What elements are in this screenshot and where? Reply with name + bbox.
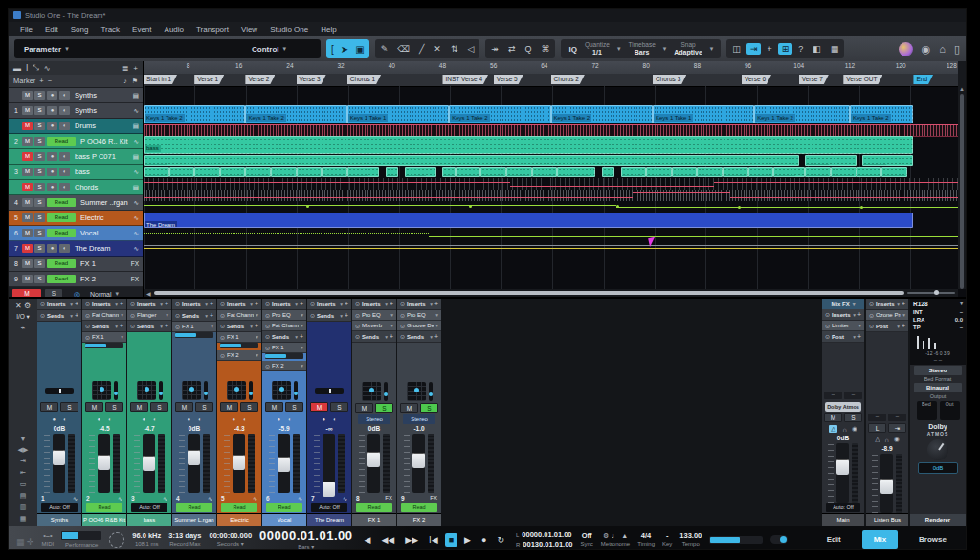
monitor-button[interactable]: ◐	[333, 416, 337, 422]
clip[interactable]: Chords	[144, 167, 169, 177]
bank-right-icon[interactable]: ⇥	[20, 458, 26, 465]
clip[interactable]: Chords	[506, 167, 532, 177]
power-icon[interactable]: ⊙	[175, 301, 180, 307]
record-arm-button[interactable]: ●	[277, 416, 280, 422]
add-icon[interactable]: +	[165, 323, 168, 329]
clip[interactable]: Chords	[857, 167, 882, 177]
clip[interactable]: Chords	[672, 167, 698, 177]
track-row-3[interactable]: 3MS●◐bass∿	[9, 165, 143, 180]
pencil-tool[interactable]: ✎	[377, 43, 392, 55]
speaker-icon[interactable]: △	[875, 436, 880, 443]
binaural-button[interactable]: Binaural	[914, 383, 962, 392]
inserts-header[interactable]: ⊙Inserts▾+	[127, 299, 171, 310]
track-row-2[interactable]: 2MSReadP OO46 R.. Kit∿	[9, 134, 143, 149]
cursor-column-icon[interactable]: Ⅰ	[26, 64, 28, 73]
power-icon[interactable]: ⊙	[400, 333, 405, 340]
record-arm-button[interactable]: ●	[142, 416, 145, 422]
solo-button[interactable]: S	[330, 402, 348, 412]
insert-slot[interactable]: ⊙Mixverb▾	[352, 321, 396, 331]
menu-edit[interactable]: Edit	[39, 24, 64, 34]
clip[interactable]: Chords	[194, 167, 220, 177]
quantize-select[interactable]: Quantize 1/1	[585, 42, 610, 56]
solo-button[interactable]: S	[34, 275, 45, 283]
bars-display[interactable]: 00000.01.01.00 Bars ▾	[259, 529, 352, 549]
timing-display[interactable]: 4/4 Timing	[637, 532, 655, 548]
clip[interactable]: Chords	[697, 167, 723, 177]
record-arm-button[interactable]: ●	[47, 106, 57, 115]
send-slot[interactable]: ⊙FX 1▾	[82, 332, 126, 343]
pan-pad[interactable]	[137, 381, 156, 400]
power-icon[interactable]: ⊙	[85, 301, 90, 307]
clip[interactable]: Chords	[831, 167, 857, 177]
monitor-button[interactable]: ◐	[59, 168, 70, 176]
solo-button[interactable]: S	[285, 402, 303, 412]
power-icon[interactable]: ⊙	[869, 301, 874, 307]
chevron-down-icon[interactable]: ▾	[65, 45, 69, 53]
record-arm-button[interactable]: ●	[47, 122, 57, 130]
add-icon[interactable]: +	[120, 301, 123, 307]
solo-button[interactable]: S	[60, 402, 78, 412]
inserts-header[interactable]: ⊙Inserts▾+	[352, 299, 396, 310]
automation-read-button[interactable]: Read	[47, 137, 76, 146]
insert-slot[interactable]: ⊙ Limiter ▾	[822, 321, 864, 331]
chevron-down-icon[interactable]: ▾	[166, 312, 168, 318]
inserts-header[interactable]: ⊙Inserts▾+	[397, 299, 441, 310]
record-arm-button[interactable]: ●	[47, 168, 57, 176]
clip[interactable]: Keys 1 Take 2	[754, 105, 850, 123]
power-icon[interactable]: ⊙	[220, 334, 225, 341]
power-icon[interactable]: ⊙	[355, 312, 360, 319]
track-row-6[interactable]: 6MSReadVocal∿	[9, 226, 143, 241]
insert-slot[interactable]: ⊙Fat Channel▾	[262, 321, 306, 331]
mute-button[interactable]: M	[22, 275, 33, 283]
clip[interactable]: Chords	[748, 167, 774, 177]
clip[interactable]: Keys 1 Take 1	[347, 105, 449, 123]
keyboard-icon[interactable]: ▤	[20, 492, 27, 500]
mute-button[interactable]: M	[130, 402, 148, 412]
chevron-down-icon[interactable]: ▾	[430, 302, 433, 307]
marker-chorus-1[interactable]: Chorus 1	[347, 75, 381, 84]
chevron-down-icon[interactable]: ▾	[435, 312, 438, 318]
clip[interactable]: Chords	[297, 167, 323, 177]
yellow-automation-lane[interactable]	[144, 243, 958, 254]
pan-pad[interactable]	[407, 382, 426, 401]
note-icon[interactable]: ♪	[123, 78, 127, 85]
layout-icon[interactable]: ▦	[827, 43, 843, 55]
small-strip-icon[interactable]: ▭	[20, 481, 27, 488]
chevron-down-icon[interactable]: ▾	[250, 324, 253, 329]
clip[interactable]: Keys 1 Take 2	[245, 105, 346, 123]
monitor-button[interactable]: ◐	[59, 91, 70, 100]
remove-marker-button[interactable]: −	[48, 77, 52, 85]
power-icon[interactable]: ⊙	[869, 323, 874, 329]
depth-slider[interactable]	[204, 381, 208, 400]
channel-name[interactable]: P OO46 R&B Kit	[82, 513, 126, 526]
pointer-mode-icon[interactable]: ✛	[27, 537, 34, 547]
fader-cap[interactable]	[188, 450, 200, 465]
insert-slot[interactable]: ⊙ Ozone Pro ▾	[866, 310, 908, 321]
inserts-header[interactable]: ⊙Inserts▾+	[37, 299, 81, 310]
send-level-slider[interactable]	[85, 343, 123, 348]
chevron-down-icon[interactable]: ▾	[617, 45, 621, 53]
send-slot[interactable]: ⊙FX 1▾	[217, 332, 261, 343]
chevron-down-icon[interactable]: ▾	[115, 324, 118, 329]
volume-fader[interactable]	[53, 434, 65, 493]
narrow-strips-icon[interactable]: ◀▶	[18, 446, 29, 454]
volume-fader[interactable]	[278, 434, 290, 493]
sends-header[interactable]: ⊙Sends▾+	[172, 310, 216, 322]
sends-header[interactable]: ⊙Sends▾+	[307, 310, 351, 322]
menu-event[interactable]: Event	[126, 24, 157, 34]
chevron-down-icon[interactable]: ▾	[385, 302, 388, 307]
chevron-down-icon[interactable]: ▾	[390, 312, 393, 318]
marker-chorus-3[interactable]: Chorus 3	[653, 75, 686, 84]
layers-view-icon[interactable]: ▥	[20, 504, 27, 511]
insert-slot[interactable]: ⊙Fat Channel▾	[217, 310, 261, 321]
cable-icon[interactable]: ⌁	[21, 324, 26, 332]
mixfx-button[interactable]: Mix FX▾	[822, 299, 864, 309]
automation-mode-button[interactable]: Read	[401, 503, 437, 512]
scroll-left-icon[interactable]: ◀	[146, 290, 151, 297]
fader-cap[interactable]	[368, 452, 380, 467]
power-icon[interactable]: ⊙	[220, 323, 225, 329]
chevron-down-icon[interactable]: ▾	[256, 352, 258, 358]
loop-button[interactable]: ↻	[493, 533, 508, 547]
send-slot[interactable]: ⊙FX 2▾	[262, 361, 306, 371]
grid-snap-icon[interactable]: ⊞	[778, 43, 793, 55]
